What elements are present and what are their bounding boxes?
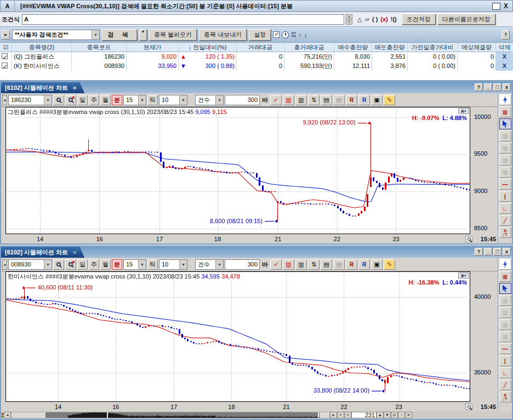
indicator-check-icon[interactable]: ✓ (270, 95, 282, 105)
col-buy-qty[interactable]: 매수총잔량 (334, 43, 372, 52)
minimize-button[interactable]: _ (484, 83, 492, 91)
chartline-tool-icon[interactable]: ▨ (499, 167, 511, 178)
close-button[interactable]: x (503, 248, 511, 256)
scroll-grid-button[interactable]: ▫ (398, 412, 405, 418)
col-expected[interactable]: 예상체결량 (458, 43, 496, 52)
hline-tool-icon[interactable]: — (499, 179, 511, 190)
quick-order-button[interactable] (499, 94, 511, 105)
angle-tool-icon[interactable]: ∟ (499, 367, 511, 378)
doc-r-blue-icon[interactable]: R (358, 95, 370, 105)
maximize-button[interactable]: □ (493, 248, 501, 256)
minimize-button[interactable]: _ (484, 248, 492, 256)
period-day-button[interactable]: 일 (77, 95, 88, 105)
zoom-icon[interactable] (465, 236, 472, 242)
col-name[interactable]: 종목명(2) (12, 43, 72, 52)
text-tool-icon[interactable]: A╱T (499, 391, 511, 402)
up-arrow-icon[interactable]: ↑ (298, 31, 302, 39)
col-code[interactable]: 종목코드 (72, 43, 127, 52)
preset-select[interactable]: **사용자 검색조건** ▼ (12, 30, 100, 40)
sort-updown-icon[interactable]: ⇅ (308, 95, 320, 105)
period-month-button[interactable]: 월 (100, 95, 111, 105)
eraser-icon[interactable]: ▱ (364, 16, 369, 23)
edit-folder-icon[interactable]: ✎ (384, 95, 395, 105)
help-button[interactable]: ? (475, 83, 483, 91)
period-week-button[interactable]: 주 (89, 259, 99, 270)
chartline-tool-icon[interactable]: ▨ (499, 331, 511, 342)
save-disk-icon[interactable]: ▣ (371, 259, 383, 270)
hand-tool-icon[interactable]: ▨ (499, 307, 511, 318)
bar-position-input[interactable]: 231 (351, 412, 377, 418)
nav-left-icon[interactable]: ◂ (2, 259, 7, 270)
step-forward-button[interactable]: ▼ (384, 412, 391, 418)
condition-spinner[interactable]: ▲ ▼ (346, 14, 352, 25)
text-tool-icon[interactable]: A╱T (499, 227, 511, 238)
edit-folder-icon[interactable]: ✎ (384, 259, 395, 270)
dock-up-icon[interactable]: ⇑ (501, 30, 510, 39)
candlestick-chart-canvas[interactable] (6, 107, 471, 235)
load-stocks-button[interactable]: 종목 불러오기 (149, 29, 197, 41)
count-select[interactable]: 건수▼ (195, 95, 224, 105)
period-minute-button[interactable]: 분 (112, 259, 122, 270)
fast-forward-button[interactable]: » (344, 412, 351, 418)
doc-r-red-icon[interactable]: R (346, 95, 357, 105)
scroll-left-button[interactable]: ◂ (4, 412, 11, 418)
period-minute-button[interactable]: 분 (112, 95, 122, 105)
paren-icon[interactable]: ( ) (372, 16, 378, 22)
table-row[interactable]: (Q) 그린플러스 186230 9,020 ▲120 ( 1.35) 0 75… (0, 52, 513, 61)
col-total-amount[interactable]: 총거래대금 (284, 43, 334, 52)
close-button[interactable]: X (504, 2, 508, 10)
save-condition-button[interactable]: 조건저장 (402, 14, 436, 25)
angle-tool-icon[interactable]: ∟ (499, 203, 511, 214)
doc-print-icon[interactable]: ▤ (333, 95, 345, 105)
minute-select[interactable]: 15▼ (123, 95, 146, 105)
quick-order-button[interactable] (499, 259, 511, 270)
auto-icon[interactable]: AUTO (291, 31, 296, 38)
search-chart-button[interactable] (65, 95, 76, 105)
col-delete[interactable]: 삭제 (496, 43, 513, 52)
restore-button[interactable] (492, 3, 500, 10)
scroll-track[interactable] (11, 412, 330, 418)
search-dropdown-button[interactable]: ▼ (139, 29, 147, 41)
close-button[interactable]: x (503, 83, 511, 91)
period-day-button[interactable]: 일 (77, 259, 88, 270)
maximize-button[interactable]: □ (493, 83, 501, 91)
doc-copy-icon[interactable]: ▤ (321, 259, 332, 270)
scroll-thumb[interactable] (45, 412, 320, 418)
tab-simulation-chart[interactable]: [6102] 시뮬레이션 차트✕ (1, 82, 84, 93)
nav-left-icon[interactable]: ◂ (2, 95, 7, 105)
trendline-tool-icon[interactable]: ╱ (499, 215, 511, 226)
delete-row-button[interactable]: X (496, 52, 513, 61)
play-button[interactable]: ▸ (330, 412, 337, 418)
zoom-icon[interactable] (465, 404, 472, 410)
doc-r-blue-icon[interactable]: R (358, 259, 370, 270)
header-checkbox-icon[interactable]: ☑ (0, 43, 12, 52)
search-stock-button[interactable] (53, 259, 64, 270)
volume-gray-icon[interactable]: ▥ (295, 259, 307, 270)
scroll-close-button[interactable]: ✕ (405, 412, 412, 418)
chart-style-button[interactable]: ▣▾ (458, 108, 469, 114)
bar-count-input[interactable]: 300 (225, 259, 260, 270)
vline-tool-icon[interactable]: | (499, 355, 511, 366)
bar-count-input[interactable]: 300 (225, 95, 260, 105)
hline-tool-icon[interactable]: — (499, 343, 511, 354)
minute-select[interactable]: 15▼ (123, 259, 146, 270)
triangle-icon[interactable]: △ (357, 16, 362, 23)
cross-tool-icon[interactable]: ▨ (499, 295, 511, 306)
cursor-tool-icon[interactable] (499, 283, 511, 294)
table-row[interactable]: (K) 한미사이언스 008930 33,950 ▼300 ( 0.88) 0 … (0, 61, 513, 71)
col-amount[interactable]: 거래대금 (237, 43, 284, 52)
clock-icon[interactable] (282, 31, 289, 38)
scroll-option-button[interactable]: ⊙ (391, 412, 398, 418)
export-stocks-button[interactable]: 종목 내보내기 (199, 29, 247, 41)
dock-left-icon[interactable]: ▸ (2, 30, 10, 39)
col-prev-compare[interactable]: 가전일종가대비 (408, 43, 458, 52)
tick-select[interactable]: 10▼ (159, 259, 187, 270)
cross-tool-icon[interactable]: ▨ (499, 130, 511, 141)
step-back-button[interactable]: ▲ (377, 412, 384, 418)
hand-tool-icon[interactable]: ▨ (499, 143, 511, 154)
paren-x-icon[interactable]: (x) (380, 16, 387, 22)
doc-copy-icon[interactable]: ▤ (321, 95, 332, 105)
candlestick-chart-canvas[interactable] (6, 272, 471, 402)
count-select[interactable]: 건수▼ (195, 259, 224, 270)
col-price[interactable]: 현재가 (127, 43, 179, 52)
